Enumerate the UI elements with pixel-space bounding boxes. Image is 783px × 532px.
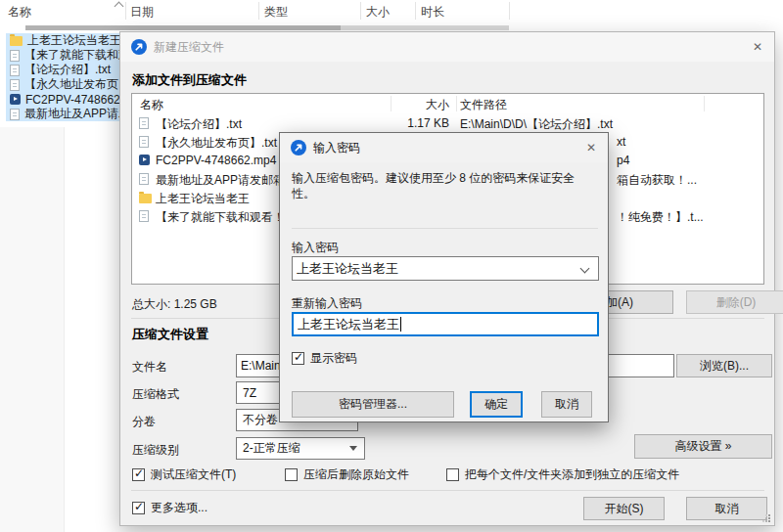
checkbox-checked-icon [132,502,145,514]
checkbox-label: 测试压缩文件(T) [151,466,236,483]
row-path-tail: ！纯免费！】.t... [617,209,704,226]
text-file-icon [139,173,149,185]
file-row[interactable]: 最新地址及APP请发... [6,107,122,121]
file-row[interactable]: 上老王论坛当老王 [6,33,122,48]
volume-label: 分卷 [132,414,156,430]
text-file-icon [139,210,149,222]
more-options-checkbox[interactable]: 更多选项... [132,500,207,516]
video-file-icon [139,155,150,165]
row-path-tail: xt [617,135,625,149]
column-header-date[interactable]: 日期 [130,4,154,21]
level-value: 2-正常压缩 [243,440,300,457]
window-edge-strip [25,25,341,30]
dialog-title: 新建压缩文件 [154,39,224,56]
list-column-path[interactable]: 文件路径 [460,97,507,113]
checkbox-label: 显示密码 [310,350,357,367]
checkbox-label: 更多选项... [151,500,207,516]
file-name: FC2PPV-4748662.... [25,93,122,107]
password-description: 输入压缩包密码。建议使用至少 8 位的密码来保证安全性。 [292,170,597,201]
file-row[interactable]: 【论坛介绍】.txt [6,63,122,77]
close-icon[interactable]: ✕ [575,133,608,161]
column-divider[interactable] [509,2,510,20]
app-icon [131,39,147,55]
format-label: 压缩格式 [132,386,179,403]
dialog-title: 输入密码 [313,140,360,156]
column-divider[interactable] [258,2,259,20]
list-column-size[interactable]: 大小 [391,97,452,113]
file-name: 【论坛介绍】.txt [24,63,111,77]
level-label: 压缩级别 [132,442,179,459]
list-column-name[interactable]: 名称 [140,97,163,113]
column-divider[interactable] [360,2,361,20]
checkbox-label: 把每个文件/文件夹添加到独立的压缩文件 [465,466,679,483]
file-row[interactable]: 【永久地址发布页】... [6,77,122,92]
password-manager-button[interactable]: 密码管理器... [292,391,454,418]
row-name: FC2PPV-4748662.mp4 [156,154,276,167]
file-row[interactable]: FC2PPV-4748662.... [6,92,122,107]
password-dialog: 输入密码 ✕ 输入压缩包密码。建议使用至少 8 位的密码来保证安全性。 输入密码… [279,132,609,422]
checkbox-checked-icon [132,468,145,481]
folder-icon [139,194,152,203]
column-header-duration[interactable]: 时长 [421,4,444,21]
row-path-tail: p4 [617,154,629,167]
settings-heading: 压缩文件设置 [132,326,208,343]
file-name: 上老王论坛当老王 [27,33,121,48]
text-cursor [400,317,401,332]
column-divider [456,96,457,111]
column-header-type[interactable]: 类型 [264,4,288,21]
level-select[interactable]: 2-正常压缩 [236,437,365,460]
file-name: 【永久地址发布页】... [24,77,122,92]
start-button[interactable]: 开始(S) [583,497,665,520]
file-row[interactable]: 【来了就能下载和观... [6,48,122,63]
text-file-icon [10,65,20,76]
resize-grip-icon[interactable] [762,514,770,522]
password-dialog-titlebar[interactable]: 输入密码 ✕ [280,133,608,162]
password-label: 输入密码 [292,240,339,256]
filename-value: E:\Main\ [241,359,284,373]
filename-label: 文件名 [132,359,167,376]
archive-dialog-titlebar[interactable]: 新建压缩文件 ✕ [120,32,774,62]
row-size: 1.17 KB [391,116,452,130]
column-divider[interactable] [415,2,416,20]
column-divider[interactable] [125,2,126,20]
list-header: 名称 大小 文件路径 [132,94,763,113]
chevron-down-icon[interactable] [580,264,590,274]
explorer-pane-divider [0,127,65,532]
text-file-icon [10,79,20,91]
show-password-checkbox[interactable]: 显示密码 [292,350,357,367]
column-header-name[interactable]: 名称 [8,4,31,21]
advanced-settings-button[interactable]: 高级设置 » [634,434,772,459]
row-path-tail: 箱自动获取！... [617,172,697,189]
cancel-button[interactable]: 取消 [686,497,767,520]
column-divider [704,96,705,111]
row-name: 【永久地址发布页】.txt [156,135,277,152]
column-header-size[interactable]: 大小 [366,4,390,21]
screen: 名称 日期 类型 大小 时长 上老王论坛当老王 【来了就能下载和观... 【论坛… [0,0,783,532]
cancel-button[interactable]: 取消 [541,391,592,418]
confirm-password-input[interactable]: 上老王论坛当老王 [292,312,599,336]
checkbox-unchecked-icon [446,468,459,481]
test-archive-checkbox[interactable]: 测试压缩文件(T) [132,466,236,483]
row-path: E:\Main\D\D\【论坛介绍】.txt [460,116,703,133]
text-file-icon [10,50,20,62]
app-icon [291,140,306,155]
separate-archives-checkbox[interactable]: 把每个文件/文件夹添加到独立的压缩文件 [446,466,679,483]
delete-button[interactable]: 删除(D) [686,290,783,314]
list-row[interactable]: 【论坛介绍】.txt 1.17 KB E:\Main\D\D\【论坛介绍】.tx… [132,114,763,133]
checkbox-checked-icon [292,352,304,365]
delete-original-checkbox[interactable]: 压缩后删除原始文件 [285,466,409,483]
sort-ascending-icon [115,0,122,7]
column-divider [391,96,392,111]
checkbox-label: 压缩后删除原始文件 [303,466,409,483]
close-icon[interactable]: ✕ [741,32,774,61]
confirm-password-value: 上老王论坛当老王 [298,316,399,333]
explorer-column-header: 名称 日期 类型 大小 时长 [0,0,783,22]
password-combobox[interactable]: 上老王论坛当老王 [292,256,599,281]
separator [292,228,598,229]
confirm-password-label: 重新输入密码 [292,295,362,312]
total-size-label: 总大小: 1.25 GB [132,296,217,313]
add-files-heading: 添加文件到压缩文件 [132,71,247,89]
row-name: 上老王论坛当老王 [156,191,250,207]
browse-button[interactable]: 浏览(B)... [676,354,772,377]
ok-button[interactable]: 确定 [470,391,523,418]
